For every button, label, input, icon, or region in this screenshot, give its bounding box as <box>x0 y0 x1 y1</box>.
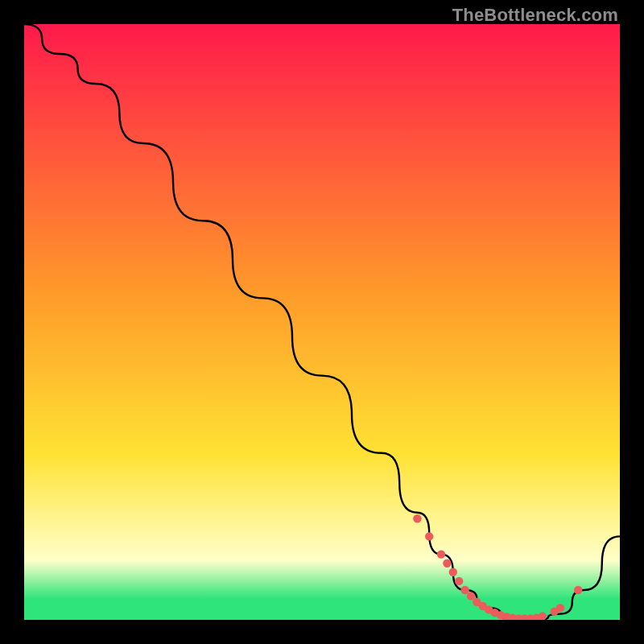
plot-area <box>24 24 620 620</box>
gradient-bg <box>24 24 620 620</box>
chart-frame: TheBottleneck.com <box>0 0 644 644</box>
data-dot <box>437 550 445 558</box>
data-dot <box>455 577 463 585</box>
chart-svg <box>24 24 620 620</box>
data-dot <box>467 592 475 600</box>
data-dot <box>449 568 457 576</box>
data-dot <box>413 514 421 522</box>
data-dot <box>460 586 469 594</box>
data-dot <box>425 532 433 540</box>
data-dot <box>443 559 451 568</box>
data-dot <box>556 604 564 612</box>
watermark: TheBottleneck.com <box>452 5 618 26</box>
data-dot <box>574 586 582 594</box>
